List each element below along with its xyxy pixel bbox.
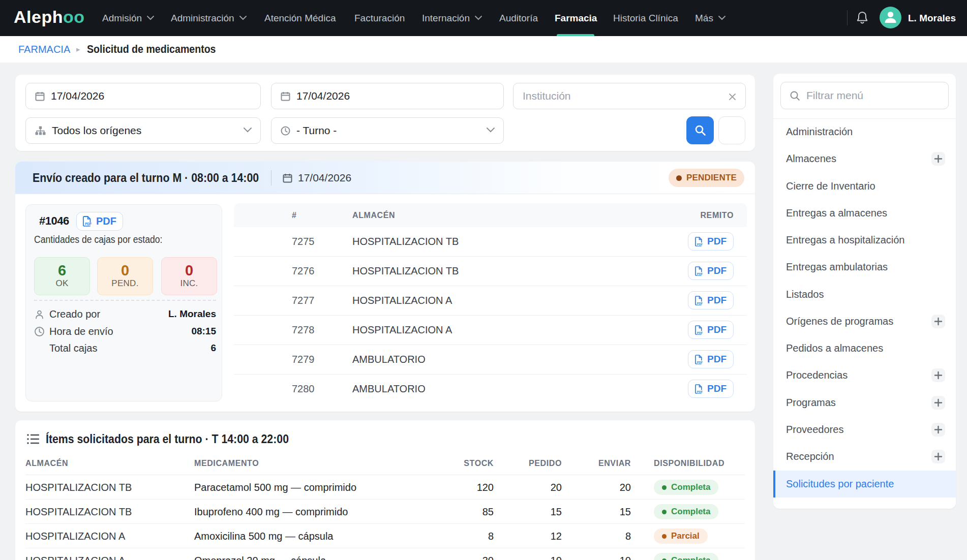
svg-text:PDF: PDF <box>697 242 703 245</box>
svg-text:PDF: PDF <box>697 360 703 363</box>
svg-text:PDF: PDF <box>697 390 703 393</box>
svg-text:PDF: PDF <box>697 331 703 334</box>
svg-text:PDF: PDF <box>697 272 703 275</box>
svg-text:PDF: PDF <box>697 301 703 304</box>
svg-text:PDF: PDF <box>85 222 92 226</box>
